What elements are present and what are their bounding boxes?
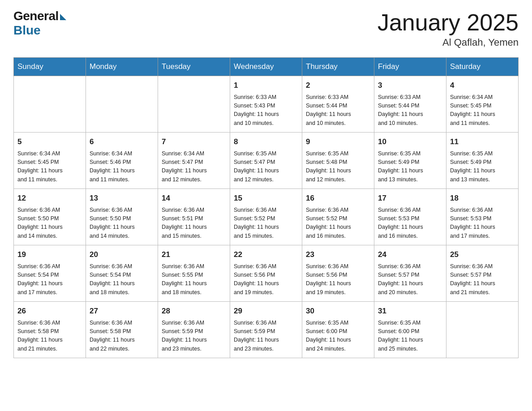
day-info: Sunrise: 6:36 AMSunset: 5:58 PMDaylight:…	[17, 319, 82, 354]
day-info: Sunrise: 6:35 AMSunset: 5:47 PMDaylight:…	[234, 150, 298, 184]
calendar-header-tuesday: Tuesday	[158, 58, 230, 76]
calendar-header-sunday: Sunday	[14, 58, 86, 76]
calendar-cell	[86, 76, 158, 133]
calendar-cell: 8Sunrise: 6:35 AMSunset: 5:47 PMDaylight…	[230, 133, 302, 189]
calendar-cell: 18Sunrise: 6:36 AMSunset: 5:53 PMDayligh…	[446, 189, 519, 245]
calendar-cell: 6Sunrise: 6:34 AMSunset: 5:46 PMDaylight…	[86, 133, 158, 189]
day-number: 14	[162, 193, 226, 204]
calendar-cell: 30Sunrise: 6:35 AMSunset: 6:00 PMDayligh…	[302, 302, 374, 358]
title-section: January 2025 Al Qaflah, Yemen	[378, 9, 519, 48]
day-info: Sunrise: 6:36 AMSunset: 5:53 PMDaylight:…	[378, 206, 442, 241]
day-number: 8	[234, 136, 298, 148]
calendar-cell: 12Sunrise: 6:36 AMSunset: 5:50 PMDayligh…	[14, 189, 86, 245]
day-info: Sunrise: 6:34 AMSunset: 5:47 PMDaylight:…	[162, 150, 226, 184]
day-number: 12	[17, 193, 82, 204]
day-info: Sunrise: 6:36 AMSunset: 5:55 PMDaylight:…	[162, 262, 226, 297]
day-number: 28	[162, 305, 226, 317]
calendar-week-row: 26Sunrise: 6:36 AMSunset: 5:58 PMDayligh…	[14, 302, 519, 358]
calendar-cell: 24Sunrise: 6:36 AMSunset: 5:57 PMDayligh…	[374, 245, 446, 302]
day-number: 6	[90, 136, 154, 148]
day-info: Sunrise: 6:36 AMSunset: 5:52 PMDaylight:…	[234, 206, 298, 241]
calendar-cell: 9Sunrise: 6:35 AMSunset: 5:48 PMDaylight…	[302, 133, 374, 189]
calendar-cell: 5Sunrise: 6:34 AMSunset: 5:45 PMDaylight…	[14, 133, 86, 189]
location-title: Al Qaflah, Yemen	[378, 37, 519, 48]
calendar-cell: 20Sunrise: 6:36 AMSunset: 5:54 PMDayligh…	[86, 245, 158, 302]
day-number: 5	[17, 136, 82, 148]
calendar-header-row: SundayMondayTuesdayWednesdayThursdayFrid…	[14, 58, 519, 76]
day-info: Sunrise: 6:35 AMSunset: 6:00 PMDaylight:…	[306, 319, 370, 354]
day-number: 20	[90, 249, 154, 261]
day-info: Sunrise: 6:33 AMSunset: 5:43 PMDaylight:…	[234, 93, 298, 128]
day-info: Sunrise: 6:36 AMSunset: 5:54 PMDaylight:…	[17, 262, 82, 297]
calendar-cell: 31Sunrise: 6:35 AMSunset: 6:00 PMDayligh…	[374, 302, 446, 358]
day-info: Sunrise: 6:36 AMSunset: 5:56 PMDaylight:…	[234, 262, 298, 297]
calendar-header-thursday: Thursday	[302, 58, 374, 76]
day-info: Sunrise: 6:36 AMSunset: 5:51 PMDaylight:…	[162, 206, 226, 241]
calendar-cell: 2Sunrise: 6:33 AMSunset: 5:44 PMDaylight…	[302, 76, 374, 133]
calendar-cell: 29Sunrise: 6:36 AMSunset: 5:59 PMDayligh…	[230, 302, 302, 358]
day-number: 3	[378, 80, 442, 91]
calendar-cell: 26Sunrise: 6:36 AMSunset: 5:58 PMDayligh…	[14, 302, 86, 358]
calendar-cell: 13Sunrise: 6:36 AMSunset: 5:50 PMDayligh…	[86, 189, 158, 245]
month-title: January 2025	[378, 9, 519, 36]
calendar-cell: 17Sunrise: 6:36 AMSunset: 5:53 PMDayligh…	[374, 189, 446, 245]
day-number: 13	[90, 193, 154, 204]
calendar-cell: 1Sunrise: 6:33 AMSunset: 5:43 PMDaylight…	[230, 76, 302, 133]
logo-arrow-icon	[60, 14, 66, 20]
calendar-cell: 14Sunrise: 6:36 AMSunset: 5:51 PMDayligh…	[158, 189, 230, 245]
day-number: 31	[378, 305, 442, 317]
logo-blue-text: Blue	[13, 23, 41, 38]
day-info: Sunrise: 6:36 AMSunset: 5:52 PMDaylight:…	[306, 206, 370, 241]
day-info: Sunrise: 6:35 AMSunset: 5:48 PMDaylight:…	[306, 150, 370, 184]
day-number: 24	[378, 249, 442, 261]
day-number: 4	[450, 80, 515, 91]
day-info: Sunrise: 6:36 AMSunset: 5:54 PMDaylight:…	[90, 262, 154, 297]
day-info: Sunrise: 6:35 AMSunset: 5:49 PMDaylight:…	[378, 150, 442, 184]
day-info: Sunrise: 6:36 AMSunset: 5:57 PMDaylight:…	[450, 262, 515, 297]
day-number: 17	[378, 193, 442, 204]
day-number: 16	[306, 193, 370, 204]
calendar-cell: 19Sunrise: 6:36 AMSunset: 5:54 PMDayligh…	[14, 245, 86, 302]
calendar-cell: 21Sunrise: 6:36 AMSunset: 5:55 PMDayligh…	[158, 245, 230, 302]
day-info: Sunrise: 6:36 AMSunset: 5:58 PMDaylight:…	[90, 319, 154, 354]
day-number: 27	[90, 305, 154, 317]
day-info: Sunrise: 6:36 AMSunset: 5:57 PMDaylight:…	[378, 262, 442, 297]
day-info: Sunrise: 6:35 AMSunset: 6:00 PMDaylight:…	[378, 319, 442, 354]
calendar-cell: 25Sunrise: 6:36 AMSunset: 5:57 PMDayligh…	[446, 245, 519, 302]
day-number: 18	[450, 193, 515, 204]
day-info: Sunrise: 6:36 AMSunset: 5:59 PMDaylight:…	[162, 319, 226, 354]
logo-general-text: General	[13, 9, 59, 23]
day-number: 19	[17, 249, 82, 261]
day-number: 9	[306, 136, 370, 148]
calendar-cell: 4Sunrise: 6:34 AMSunset: 5:45 PMDaylight…	[446, 76, 519, 133]
calendar-week-row: 12Sunrise: 6:36 AMSunset: 5:50 PMDayligh…	[14, 189, 519, 245]
calendar-cell	[158, 76, 230, 133]
day-number: 29	[234, 305, 298, 317]
day-number: 23	[306, 249, 370, 261]
calendar-header-saturday: Saturday	[446, 58, 519, 76]
calendar-cell: 23Sunrise: 6:36 AMSunset: 5:56 PMDayligh…	[302, 245, 374, 302]
calendar-cell: 11Sunrise: 6:35 AMSunset: 5:49 PMDayligh…	[446, 133, 519, 189]
calendar-cell: 15Sunrise: 6:36 AMSunset: 5:52 PMDayligh…	[230, 189, 302, 245]
page-header: General Blue January 2025 Al Qaflah, Yem…	[13, 9, 519, 48]
calendar-cell	[446, 302, 519, 358]
day-number: 11	[450, 136, 515, 148]
day-number: 15	[234, 193, 298, 204]
day-info: Sunrise: 6:36 AMSunset: 5:56 PMDaylight:…	[306, 262, 370, 297]
day-info: Sunrise: 6:35 AMSunset: 5:49 PMDaylight:…	[450, 150, 515, 184]
calendar-cell: 22Sunrise: 6:36 AMSunset: 5:56 PMDayligh…	[230, 245, 302, 302]
calendar-week-row: 1Sunrise: 6:33 AMSunset: 5:43 PMDaylight…	[14, 76, 519, 133]
day-number: 22	[234, 249, 298, 261]
day-number: 30	[306, 305, 370, 317]
calendar-week-row: 5Sunrise: 6:34 AMSunset: 5:45 PMDaylight…	[14, 133, 519, 189]
day-info: Sunrise: 6:34 AMSunset: 5:46 PMDaylight:…	[90, 150, 154, 184]
calendar-cell: 10Sunrise: 6:35 AMSunset: 5:49 PMDayligh…	[374, 133, 446, 189]
day-number: 26	[17, 305, 82, 317]
calendar-week-row: 19Sunrise: 6:36 AMSunset: 5:54 PMDayligh…	[14, 245, 519, 302]
calendar-cell	[14, 76, 86, 133]
day-number: 21	[162, 249, 226, 261]
day-info: Sunrise: 6:36 AMSunset: 5:50 PMDaylight:…	[17, 206, 82, 241]
day-info: Sunrise: 6:36 AMSunset: 5:53 PMDaylight:…	[450, 206, 515, 241]
day-info: Sunrise: 6:36 AMSunset: 5:59 PMDaylight:…	[234, 319, 298, 354]
day-info: Sunrise: 6:33 AMSunset: 5:44 PMDaylight:…	[378, 93, 442, 128]
